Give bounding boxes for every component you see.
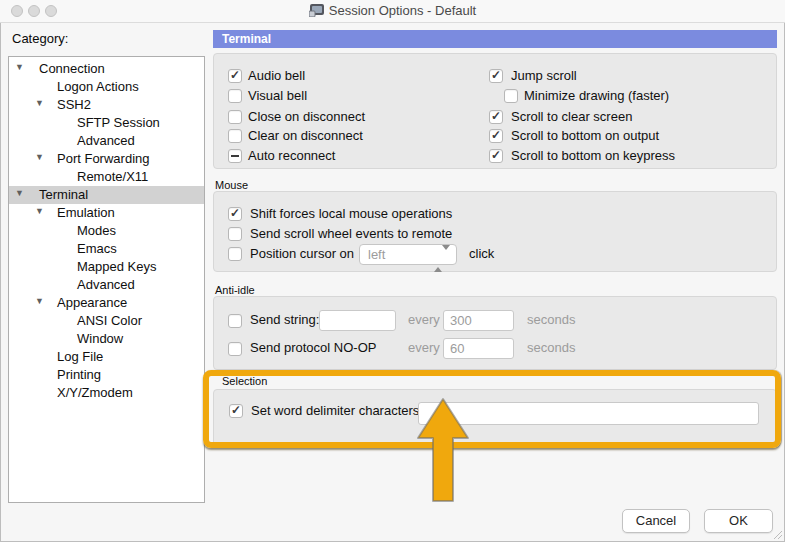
checkbox-label: Visual bell bbox=[248, 88, 307, 104]
sidebar-item-label: Remote/X11 bbox=[77, 169, 148, 184]
word-delimiter-input[interactable] bbox=[418, 402, 759, 425]
mouse-group-title: Mouse bbox=[215, 179, 248, 191]
sidebar-item-sftp-session[interactable]: SFTP Session bbox=[9, 114, 204, 132]
checkbox-label: Jump scroll bbox=[511, 68, 577, 84]
session-icon bbox=[309, 4, 324, 17]
sidebar-item-port-forwarding[interactable]: ▼Port Forwarding bbox=[9, 150, 204, 168]
sidebar-item-printing[interactable]: Printing bbox=[9, 366, 204, 384]
sidebar-item-label: Emacs bbox=[77, 241, 117, 256]
sidebar-item-label: Advanced bbox=[77, 277, 135, 292]
checkbox-visual-bell[interactable] bbox=[228, 89, 242, 103]
category-label: Category: bbox=[12, 31, 68, 46]
disclosure-triangle-icon[interactable]: ▼ bbox=[35, 206, 44, 216]
sidebar-item-label: Port Forwarding bbox=[57, 151, 149, 166]
anti-idle-group-title: Anti-idle bbox=[215, 284, 255, 296]
checkbox-label: Scroll to bottom on output bbox=[511, 128, 659, 144]
send-string-interval-input[interactable] bbox=[443, 310, 514, 331]
sidebar-item-emacs[interactable]: Emacs bbox=[9, 240, 204, 258]
every-label: every bbox=[408, 340, 440, 356]
sidebar-item-label: Log File bbox=[57, 349, 103, 364]
sidebar-item-label: Connection bbox=[39, 61, 105, 76]
checkbox-scroll-to-clear-screen[interactable] bbox=[489, 110, 503, 124]
selection-group-title: Selection bbox=[222, 375, 267, 387]
dropdown-value: left bbox=[368, 247, 385, 262]
mouse-button-dropdown[interactable]: left bbox=[359, 244, 457, 265]
sidebar-item-label: Window bbox=[77, 331, 123, 346]
session-options-window: Session Options - Default Category: ▼Con… bbox=[0, 0, 785, 542]
disclosure-triangle-icon[interactable]: ▼ bbox=[15, 62, 24, 72]
mouse-group: Position cursor on left click Shift forc… bbox=[213, 191, 777, 272]
word-delimiter-label: Set word delimiter characters: bbox=[251, 403, 423, 419]
checkbox-audio-bell[interactable] bbox=[228, 69, 242, 83]
checkbox-label: Audio bell bbox=[248, 68, 305, 84]
terminal-options-group: Audio bellVisual bellClose on disconnect… bbox=[213, 53, 777, 169]
sidebar-item-label: Terminal bbox=[39, 187, 88, 202]
disclosure-triangle-icon[interactable]: ▼ bbox=[15, 188, 24, 198]
sidebar-item-label: SSH2 bbox=[57, 97, 91, 112]
click-suffix-label: click bbox=[469, 246, 494, 262]
send-noop-label: Send protocol NO-OP bbox=[250, 340, 376, 356]
sidebar-item-x-y-zmodem[interactable]: X/Y/Zmodem bbox=[9, 384, 204, 402]
resize-grip[interactable] bbox=[772, 529, 782, 539]
sidebar-item-appearance[interactable]: ▼Appearance bbox=[9, 294, 204, 312]
sidebar-item-label: Logon Actions bbox=[57, 79, 139, 94]
send-string-input[interactable] bbox=[319, 310, 396, 331]
checkbox-label: Close on disconnect bbox=[248, 109, 365, 125]
checkbox-label: Clear on disconnect bbox=[248, 128, 363, 144]
sidebar-item-emulation[interactable]: ▼Emulation bbox=[9, 204, 204, 222]
checkbox-label: Scroll to bottom on keypress bbox=[511, 148, 675, 164]
sidebar-item-connection[interactable]: ▼Connection bbox=[9, 60, 204, 78]
position-cursor-checkbox[interactable] bbox=[228, 247, 242, 261]
sidebar-item-terminal[interactable]: ▼Terminal bbox=[9, 186, 204, 204]
window-title: Session Options - Default bbox=[329, 3, 476, 18]
cancel-button[interactable]: Cancel bbox=[622, 509, 690, 533]
selection-group: Set word delimiter characters: bbox=[213, 389, 777, 446]
checkbox-scroll-to-bottom-on-output[interactable] bbox=[489, 129, 503, 143]
word-delimiter-checkbox[interactable] bbox=[229, 404, 243, 418]
sidebar-item-remote-x11[interactable]: Remote/X11 bbox=[9, 168, 204, 186]
send-string-checkbox[interactable] bbox=[228, 314, 242, 328]
checkbox-jump-scroll[interactable] bbox=[489, 69, 503, 83]
sidebar-item-ansi-color[interactable]: ANSI Color bbox=[9, 312, 204, 330]
sidebar-item-label: Modes bbox=[77, 223, 116, 238]
sidebar-item-label: Mapped Keys bbox=[77, 259, 157, 274]
checkbox-shift-forces-local-mouse-operations[interactable] bbox=[228, 207, 242, 221]
seconds-label: seconds bbox=[527, 340, 575, 356]
sidebar-item-ssh2[interactable]: ▼SSH2 bbox=[9, 96, 204, 114]
checkbox-close-on-disconnect[interactable] bbox=[228, 110, 242, 124]
titlebar: Session Options - Default bbox=[0, 0, 785, 23]
sidebar-item-mapped-keys[interactable]: Mapped Keys bbox=[9, 258, 204, 276]
sidebar-item-window[interactable]: Window bbox=[9, 330, 204, 348]
disclosure-triangle-icon[interactable]: ▼ bbox=[35, 152, 44, 162]
disclosure-triangle-icon[interactable]: ▼ bbox=[35, 98, 44, 108]
checkbox-auto-reconnect[interactable] bbox=[228, 149, 242, 163]
sidebar-item-logon-actions[interactable]: Logon Actions bbox=[9, 78, 204, 96]
sidebar-item-label: Emulation bbox=[57, 205, 115, 220]
noop-interval-input[interactable] bbox=[443, 338, 514, 359]
stepper-arrows-icon bbox=[434, 250, 450, 268]
checkbox-clear-on-disconnect[interactable] bbox=[228, 129, 242, 143]
sidebar-item-label: ANSI Color bbox=[77, 313, 142, 328]
sidebar-item-advanced[interactable]: Advanced bbox=[9, 132, 204, 150]
sidebar-item-log-file[interactable]: Log File bbox=[9, 348, 204, 366]
sidebar-item-label: X/Y/Zmodem bbox=[57, 385, 133, 400]
sidebar-item-label: Appearance bbox=[57, 295, 127, 310]
checkbox-label: Auto reconnect bbox=[248, 148, 335, 164]
checkbox-label: Scroll to clear screen bbox=[511, 109, 632, 125]
sidebar-item-modes[interactable]: Modes bbox=[9, 222, 204, 240]
checkbox-scroll-to-bottom-on-keypress[interactable] bbox=[489, 149, 503, 163]
ok-button[interactable]: OK bbox=[704, 509, 773, 533]
disclosure-triangle-icon[interactable]: ▼ bbox=[35, 296, 44, 306]
every-label: every bbox=[408, 312, 440, 328]
window-title-area: Session Options - Default bbox=[0, 3, 785, 18]
checkbox-minimize-drawing-faster[interactable] bbox=[504, 89, 518, 103]
send-noop-checkbox[interactable] bbox=[228, 342, 242, 356]
seconds-label: seconds bbox=[527, 312, 575, 328]
checkbox-send-scroll-wheel-events-to-remote[interactable] bbox=[228, 227, 242, 241]
category-tree: ▼ConnectionLogon Actions▼SSH2SFTP Sessio… bbox=[8, 56, 205, 503]
position-cursor-label: Position cursor on bbox=[250, 246, 354, 262]
sidebar-item-advanced[interactable]: Advanced bbox=[9, 276, 204, 294]
sidebar-item-label: SFTP Session bbox=[77, 115, 160, 130]
sidebar-item-label: Printing bbox=[57, 367, 101, 382]
sidebar-item-label: Advanced bbox=[77, 133, 135, 148]
